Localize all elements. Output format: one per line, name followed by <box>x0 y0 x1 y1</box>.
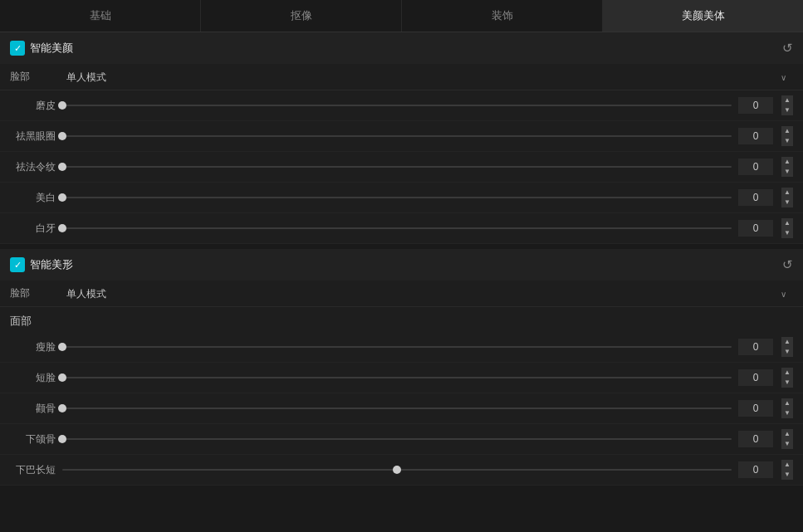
beauty-body-title: 智能美形 <box>30 257 73 272</box>
slider-duanlian-down[interactable]: ▼ <box>781 378 793 388</box>
slider-xiaeyu-value[interactable] <box>738 431 773 447</box>
slider-duanlian-track[interactable] <box>62 369 732 386</box>
slider-duanlian: 短脸 ▲ ▼ <box>0 363 803 393</box>
slider-eggu: 颧骨 ▲ ▼ <box>0 393 803 424</box>
slider-baiya: 白牙 ▲ ▼ <box>0 213 803 244</box>
beauty-body-section: ✓ 智能美形 ↺ 脸部 单人模式 多人模式 单人模式 面部 瘦脸 <box>0 249 803 486</box>
beauty-body-face-label: 脸部 <box>10 286 60 300</box>
beauty-face-face-row: 脸部 单人模式 多人模式 单人模式 <box>0 64 803 90</box>
slider-xiachangduan-thumb[interactable] <box>393 466 401 474</box>
tab-beauty[interactable]: 美颜美体 <box>603 0 803 32</box>
slider-xiachangduan-label: 下巴长短 <box>10 463 56 477</box>
beauty-face-reset-icon[interactable]: ↺ <box>782 41 793 56</box>
slider-mopi-track[interactable] <box>62 97 732 114</box>
slider-xiachangduan-down[interactable]: ▼ <box>781 470 793 480</box>
slider-meibai-label: 美白 <box>10 191 56 205</box>
slider-meibai: 美白 ▲ ▼ <box>0 183 803 213</box>
slider-faling-value[interactable] <box>738 159 773 175</box>
slider-xiaeyu: 下颌骨 ▲ ▼ <box>0 424 803 455</box>
slider-mopi: 磨皮 ▲ ▼ <box>0 90 803 121</box>
slider-zhihei-value[interactable] <box>738 128 773 144</box>
slider-mopi-up[interactable]: ▲ <box>781 95 793 105</box>
slider-shoulian-up[interactable]: ▲ <box>781 337 793 347</box>
slider-xiaeyu-label: 下颌骨 <box>10 432 56 447</box>
slider-shoulian-down[interactable]: ▼ <box>781 347 793 357</box>
slider-baiya-value[interactable] <box>738 220 773 237</box>
slider-mopi-down[interactable]: ▼ <box>781 105 793 115</box>
slider-zhihei-down[interactable]: ▼ <box>781 136 793 146</box>
slider-baiya-thumb[interactable] <box>58 224 66 232</box>
slider-eggu-label: 颧骨 <box>10 402 56 416</box>
beauty-face-check-icon[interactable]: ✓ <box>10 41 25 56</box>
beauty-body-reset-icon[interactable]: ↺ <box>782 257 793 272</box>
beauty-body-sub-section: 面部 <box>0 307 803 332</box>
content-area: ✓ 智能美颜 ↺ 脸部 单人模式 多人模式 单人模式 磨皮 <box>0 32 803 531</box>
slider-zhihei-label: 祛黑眼圈 <box>10 129 56 144</box>
slider-meibai-track[interactable] <box>62 189 732 206</box>
slider-eggu-value[interactable] <box>738 400 773 417</box>
tab-sticker[interactable]: 装饰 <box>402 0 603 32</box>
slider-baiya-down[interactable]: ▼ <box>781 228 793 238</box>
slider-baiya-label: 白牙 <box>10 222 56 236</box>
slider-baiya-up[interactable]: ▲ <box>781 218 793 228</box>
slider-baiya-track[interactable] <box>62 220 732 237</box>
slider-xiachangduan-up[interactable]: ▲ <box>781 460 793 470</box>
slider-duanlian-value[interactable] <box>738 369 773 386</box>
slider-faling-label: 祛法令纹 <box>10 160 56 174</box>
beauty-face-face-label: 脸部 <box>10 70 60 84</box>
slider-zhihei-thumb[interactable] <box>58 132 66 140</box>
beauty-face-title: 智能美颜 <box>30 41 73 56</box>
slider-xiaeyu-thumb[interactable] <box>58 435 66 443</box>
slider-duanlian-thumb[interactable] <box>58 373 66 382</box>
slider-shoulian-track[interactable] <box>62 339 732 355</box>
slider-xiaeyu-track[interactable] <box>62 431 732 447</box>
slider-eggu-thumb[interactable] <box>58 404 66 412</box>
slider-faling-thumb[interactable] <box>58 163 66 171</box>
tab-portrait[interactable]: 抠像 <box>201 0 402 32</box>
slider-meibai-down[interactable]: ▼ <box>781 198 793 207</box>
slider-shoulian-value[interactable] <box>738 339 773 355</box>
slider-xiachangduan: 下巴长短 ▲ ▼ <box>0 455 803 486</box>
slider-shoulian-label: 瘦脸 <box>10 340 56 354</box>
slider-meibai-up[interactable]: ▲ <box>781 188 793 198</box>
tab-basic[interactable]: 基础 <box>0 0 201 32</box>
slider-meibai-value[interactable] <box>738 189 773 206</box>
slider-shoulian-thumb[interactable] <box>58 343 66 351</box>
slider-duanlian-label: 短脸 <box>10 371 56 385</box>
slider-faling-down[interactable]: ▼ <box>781 167 793 177</box>
beauty-body-check-icon[interactable]: ✓ <box>10 257 25 272</box>
slider-xiachangduan-value[interactable] <box>738 461 773 478</box>
slider-faling-track[interactable] <box>62 159 732 175</box>
beauty-face-section: ✓ 智能美颜 ↺ 脸部 单人模式 多人模式 单人模式 磨皮 <box>0 32 803 244</box>
slider-xiaeyu-down[interactable]: ▼ <box>781 439 793 449</box>
slider-eggu-track[interactable] <box>62 400 732 417</box>
slider-zhihei-track[interactable] <box>62 128 732 144</box>
beauty-body-face-row: 脸部 单人模式 多人模式 单人模式 <box>0 281 803 307</box>
slider-shoulian: 瘦脸 ▲ ▼ <box>0 332 803 363</box>
slider-meibai-thumb[interactable] <box>58 193 66 202</box>
slider-eggu-down[interactable]: ▼ <box>781 408 793 418</box>
slider-mopi-label: 磨皮 <box>10 99 56 113</box>
slider-faling: 祛法令纹 ▲ ▼ <box>0 152 803 183</box>
beauty-face-header: ✓ 智能美颜 ↺ <box>0 32 803 64</box>
slider-xiachangduan-track[interactable] <box>62 461 732 478</box>
slider-zhihei-up[interactable]: ▲ <box>781 126 793 136</box>
slider-mopi-value[interactable] <box>738 97 773 114</box>
slider-zhihei: 祛黑眼圈 ▲ ▼ <box>0 121 803 152</box>
slider-faling-up[interactable]: ▲ <box>781 157 793 167</box>
slider-duanlian-up[interactable]: ▲ <box>781 368 793 378</box>
slider-mopi-thumb[interactable] <box>58 101 66 110</box>
slider-xiaeyu-up[interactable]: ▲ <box>781 429 793 439</box>
tab-bar: 基础 抠像 装饰 美颜美体 <box>0 0 803 32</box>
beauty-body-header: ✓ 智能美形 ↺ <box>0 249 803 281</box>
slider-eggu-up[interactable]: ▲ <box>781 398 793 408</box>
